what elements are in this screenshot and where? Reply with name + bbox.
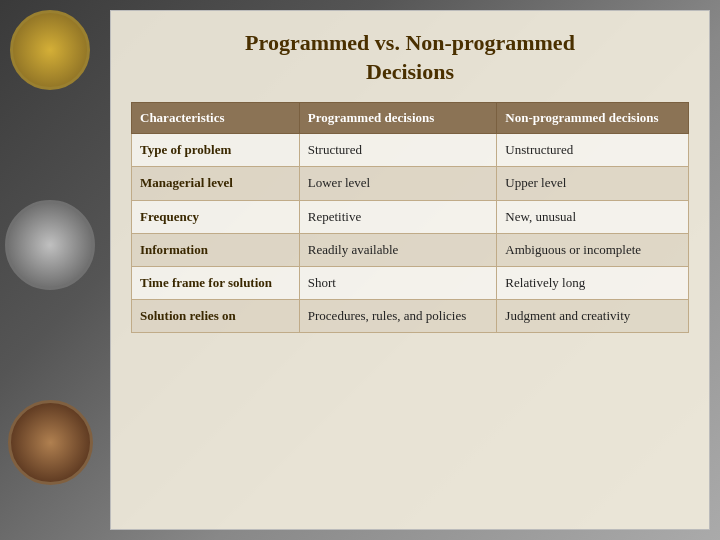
main-content: Programmed vs. Non-programmed Decisions … bbox=[110, 10, 710, 530]
comparison-table: Characteristics Programmed decisions Non… bbox=[131, 102, 689, 333]
table-row: InformationReadily availableAmbiguous or… bbox=[132, 233, 689, 266]
cell-characteristic: Frequency bbox=[132, 200, 300, 233]
col-header-programmed: Programmed decisions bbox=[299, 103, 497, 134]
cell-characteristic: Managerial level bbox=[132, 167, 300, 200]
cell-characteristic: Time frame for solution bbox=[132, 266, 300, 299]
cell-characteristic: Solution relies on bbox=[132, 300, 300, 333]
cell-programmed: Short bbox=[299, 266, 497, 299]
table-row: FrequencyRepetitiveNew, unusual bbox=[132, 200, 689, 233]
cell-programmed: Structured bbox=[299, 134, 497, 167]
cell-nonprogrammed: Upper level bbox=[497, 167, 689, 200]
table-row: Time frame for solutionShortRelatively l… bbox=[132, 266, 689, 299]
table-header-row: Characteristics Programmed decisions Non… bbox=[132, 103, 689, 134]
col-header-characteristics: Characteristics bbox=[132, 103, 300, 134]
cell-nonprogrammed: Judgment and creativity bbox=[497, 300, 689, 333]
cell-nonprogrammed: Unstructured bbox=[497, 134, 689, 167]
cell-nonprogrammed: New, unusual bbox=[497, 200, 689, 233]
cell-characteristic: Type of problem bbox=[132, 134, 300, 167]
table-row: Managerial levelLower levelUpper level bbox=[132, 167, 689, 200]
cell-characteristic: Information bbox=[132, 233, 300, 266]
col-header-nonprogrammed: Non-programmed decisions bbox=[497, 103, 689, 134]
cell-nonprogrammed: Relatively long bbox=[497, 266, 689, 299]
cell-programmed: Procedures, rules, and policies bbox=[299, 300, 497, 333]
table-row: Solution relies onProcedures, rules, and… bbox=[132, 300, 689, 333]
cell-nonprogrammed: Ambiguous or incomplete bbox=[497, 233, 689, 266]
cell-programmed: Lower level bbox=[299, 167, 497, 200]
cell-programmed: Readily available bbox=[299, 233, 497, 266]
page-title: Programmed vs. Non-programmed Decisions bbox=[131, 29, 689, 86]
table-row: Type of problemStructuredUnstructured bbox=[132, 134, 689, 167]
cell-programmed: Repetitive bbox=[299, 200, 497, 233]
